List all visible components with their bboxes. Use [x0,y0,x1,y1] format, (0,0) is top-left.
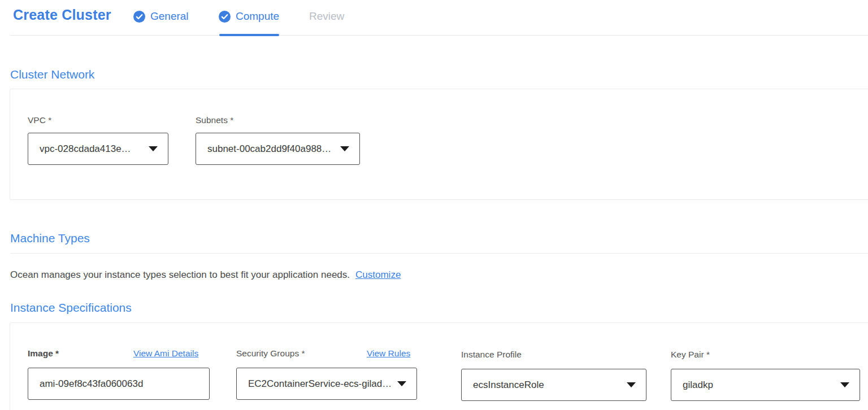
subnets-dropdown[interactable]: subnet-00cab2dd9f40a988… [196,133,360,165]
section-heading-machine-types: Machine Types [10,232,90,245]
page-title: Create Cluster [13,7,111,23]
key-pair-selected-value: giladkp [683,380,713,391]
machine-types-description: Ocean manages your instance types select… [10,269,350,281]
security-groups-dropdown[interactable]: EC2ContainerService-ecs-gilad… [236,368,417,400]
vpc-label: VPC * [28,115,51,125]
instance-profile-selected-value: ecsInstanceRole [473,380,544,391]
vpc-selected-value: vpc-028cdada413e… [40,143,131,155]
tab-compute-label: Compute [236,10,279,23]
image-label: Image * [28,348,59,359]
security-groups-label: Security Groups * [236,348,305,359]
key-pair-label: Key Pair * [671,350,710,360]
caret-down-icon [340,146,349,151]
subnets-label: Subnets * [196,115,233,125]
tab-general-label: General [150,10,189,23]
tab-compute[interactable]: Compute [219,9,279,24]
subnets-selected-value: subnet-00cab2dd9f40a988… [207,143,331,155]
tab-general[interactable]: General [133,9,189,24]
view-rules-link[interactable]: View Rules [367,348,410,359]
section-heading-cluster-network: Cluster Network [10,68,94,81]
cluster-network-card: VPC * vpc-028cdada413e… Subnets * subnet… [10,89,868,200]
tab-review-label: Review [309,10,344,23]
key-pair-dropdown[interactable]: giladkp [671,369,860,401]
active-tab-underline [219,34,279,36]
instance-specifications-card: Image * View Ami Details Security Groups… [10,322,868,410]
vpc-dropdown[interactable]: vpc-028cdada413e… [28,133,168,165]
caret-down-icon [627,382,636,387]
security-groups-selected-value: EC2ContainerService-ecs-gilad… [248,378,390,390]
caret-down-icon [149,146,158,151]
section-heading-instance-specifications: Instance Specifications [10,301,132,315]
view-ami-details-link[interactable]: View Ami Details [133,348,198,359]
caret-down-icon [397,381,406,386]
instance-profile-label: Instance Profile [461,350,522,360]
tab-review[interactable]: Review [309,9,344,24]
header-divider [10,35,868,36]
check-circle-icon [219,11,231,23]
instance-profile-dropdown[interactable]: ecsInstanceRole [461,369,646,401]
machine-types-divider [10,253,868,254]
customize-link[interactable]: Customize [355,269,401,281]
check-circle-icon [133,11,145,23]
image-input[interactable] [28,368,210,400]
caret-down-icon [840,382,849,387]
